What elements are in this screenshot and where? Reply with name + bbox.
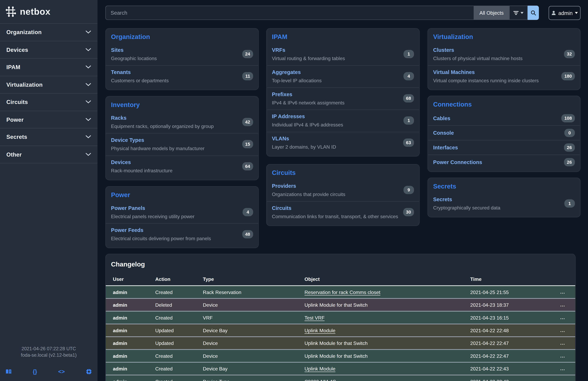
count-badge: 68 [403, 94, 414, 102]
card-item: Device Types Physical hardware models by… [106, 133, 258, 156]
card-item-link[interactable]: Power Panels [111, 205, 194, 211]
card-item-link[interactable]: Tenants [111, 69, 169, 75]
row-ellipsis: ... [560, 302, 571, 308]
card-title: Circuits [267, 164, 419, 179]
cell-user: admin [113, 289, 155, 295]
card-item-description: Cryptographically secured data [433, 205, 500, 211]
count-badge: 9 [403, 186, 414, 194]
card-item-link[interactable]: Clusters [433, 47, 523, 53]
card-item-link[interactable]: Console [433, 130, 454, 136]
cell-time: 2021-04-25 21:55 [470, 289, 560, 295]
search-scope-selector[interactable]: All Objects [474, 6, 509, 20]
count-badge: 180 [561, 72, 575, 80]
count-badge: 48 [242, 230, 253, 238]
source-code-icon[interactable]: <> [58, 368, 65, 375]
card-item-link[interactable]: Providers [272, 183, 345, 189]
card-item-link[interactable]: Devices [111, 159, 173, 165]
card-item: Racks Equipment racks, optionally organi… [106, 112, 258, 133]
changelog-object-link[interactable]: C9200-NM-4G [305, 379, 336, 381]
sidebar-item-virtualization[interactable]: Virtualization [0, 76, 97, 93]
card-item-description: Geographic locations [111, 55, 157, 61]
changelog-object-link[interactable]: Test VRF [305, 315, 325, 320]
dashboard-column-3: Virtualization Clusters Clusters of phys… [427, 28, 581, 223]
changelog-card: Changelog User Action Type Object Time a… [105, 254, 576, 381]
card-item-link[interactable]: IP Addresses [272, 113, 343, 119]
card-item: Interfaces 26 [428, 140, 580, 155]
sidebar-item-circuits[interactable]: Circuits [0, 93, 97, 111]
inventory-card: Inventory Racks Equipment racks, optiona… [105, 96, 259, 180]
card-title: Connections [428, 96, 580, 111]
card-item-link[interactable]: Secrets [433, 196, 500, 202]
changelog-object-link[interactable]: Uplink Module [305, 366, 336, 372]
sidebar-footer: 2021-04-26 07:22:28 UTC foda-se.local (v… [0, 346, 97, 358]
card-item-link[interactable]: Virtual Machines [433, 69, 539, 75]
card-item-link[interactable]: Power Connections [433, 159, 482, 165]
count-badge: 11 [242, 72, 253, 80]
sidebar-item-devices[interactable]: Devices [0, 41, 97, 59]
card-item-link[interactable]: Device Types [111, 137, 205, 143]
card-item: IP Addresses Individual IPv4 & IPv6 addr… [267, 110, 419, 132]
organization-card: Organization Sites Geographic locations … [105, 28, 259, 90]
card-item-description: Layer 2 domains, by VLAN ID [272, 144, 336, 150]
count-badge: 32 [564, 50, 575, 58]
sidebar-item-ipam[interactable]: IPAM [0, 59, 97, 76]
card-item-description: Top-level IP allocations [272, 78, 322, 83]
search-filter-button[interactable] [509, 6, 527, 20]
card-item-link[interactable]: Power Feeds [111, 227, 211, 233]
cell-type: VRF [203, 315, 304, 320]
changelog-object-link[interactable]: Uplink Module [305, 328, 336, 333]
caret-down-icon [575, 12, 578, 14]
changelog-row: admin Created VRF Test VRF 2021-04-23 16… [106, 311, 575, 323]
card-item-link[interactable]: Aggregates [272, 69, 322, 75]
count-badge: 24 [242, 50, 253, 58]
card-item-link[interactable]: VLANs [272, 135, 336, 141]
hostname-version: foda-se.local (v2.12-beta1) [0, 352, 97, 358]
sidebar-item-secrets[interactable]: Secrets [0, 128, 97, 146]
cell-object: Uplink Module [305, 366, 470, 372]
card-item-description: Individual IPv4 & IPv6 addresses [272, 122, 343, 128]
changelog-row: admin Created Device Type C9200-NM-4G 20… [106, 375, 575, 381]
cell-object: Test VRF [305, 315, 470, 320]
docs-book-icon[interactable] [6, 369, 12, 374]
card-title: Secrets [428, 178, 580, 193]
cell-type: Device [203, 340, 304, 346]
search-input[interactable] [105, 6, 474, 20]
card-item-link[interactable]: Cables [433, 115, 450, 121]
row-ellipsis: ... [560, 353, 571, 358]
rest-api-braces-icon[interactable]: {} [33, 368, 37, 375]
card-item-link[interactable]: Circuits [272, 205, 398, 211]
search-submit-button[interactable] [528, 6, 539, 20]
cell-time: 2021-04-22 22:43 [470, 366, 560, 372]
column-header-object: Object [305, 276, 470, 282]
card-item: Cables 108 [428, 111, 580, 125]
card-item-link[interactable]: VRFs [272, 47, 345, 53]
help-lifebuoy-icon[interactable] [86, 368, 92, 374]
row-ellipsis: ... [560, 379, 571, 381]
ipam-card: IPAM VRFs Virtual routing & forwarding t… [266, 28, 420, 157]
changelog-header-row: User Action Type Object Time [106, 274, 575, 286]
card-item-link[interactable]: Prefixes [272, 91, 344, 97]
netbox-logo[interactable]: netbox [0, 0, 97, 23]
dashboard-column-2: IPAM VRFs Virtual routing & forwarding t… [266, 28, 420, 233]
cell-type: Device Bay [203, 328, 304, 333]
column-header-time: Time [470, 276, 560, 282]
sidebar-item-other[interactable]: Other [0, 146, 97, 163]
brand-name: netbox [20, 6, 51, 17]
cell-time: 2021-04-23 18:37 [470, 302, 560, 308]
card-title: IPAM [267, 29, 419, 44]
caret-down-icon [521, 12, 524, 14]
card-item-link[interactable]: Sites [111, 47, 157, 53]
count-badge: 26 [564, 143, 575, 152]
cell-user: admin [113, 340, 155, 346]
count-badge: 1 [564, 199, 575, 208]
sidebar-item-power[interactable]: Power [0, 111, 97, 128]
changelog-object-link[interactable]: Reservation for rack Comms closet [305, 289, 380, 295]
card-item-link[interactable]: Interfaces [433, 144, 458, 150]
sidebar-item-organization[interactable]: Organization [0, 24, 97, 41]
column-header-user: User [113, 276, 155, 282]
netbox-dashboard: netbox Organization Devices IPAM Virtual… [0, 0, 588, 381]
count-badge: 4 [243, 208, 253, 216]
row-ellipsis: ... [560, 290, 571, 295]
card-item-link[interactable]: Racks [111, 115, 214, 121]
user-menu-button[interactable]: admin [549, 6, 581, 20]
